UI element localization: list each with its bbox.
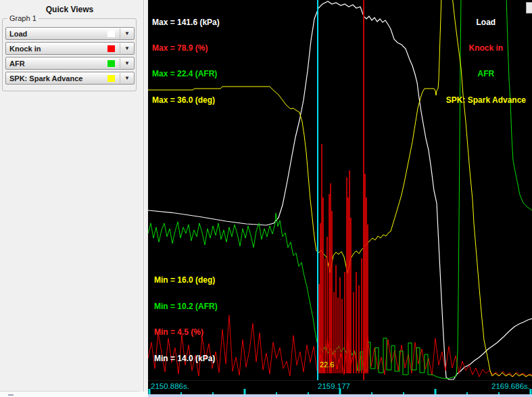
scrollbar-fragment [526,2,532,14]
axis-label-start: 2150.886s. [151,382,189,390]
graph1-groupbox: Graph 1 Load ▼ Knock in ▼ AFR ▼ SPK: Spa… [2,18,137,91]
chevron-down-icon[interactable]: ▼ [120,73,134,83]
channel-dropdown-spark[interactable]: SPK: Spark Advance ▼ [5,72,135,85]
graph-panel: Max = 141.6 (kPa) Max = 78.9 (%) Max = 2… [148,0,532,397]
channel-color-swatch [107,30,115,37]
chevron-down-icon[interactable]: ▼ [120,43,134,53]
groupbox-label: Graph 1 [7,14,39,22]
channel-color-swatch [107,60,115,67]
plot-region[interactable]: Max = 141.6 (kPa) Max = 78.9 (%) Max = 2… [148,0,532,380]
channel-color-swatch [107,75,115,82]
channel-label: Knock in [6,45,107,53]
chevron-down-icon[interactable]: ▼ [120,28,134,39]
axis-label-end: 2169.686s. [491,382,530,390]
graph-canvas[interactable] [148,0,532,380]
panel-splitter[interactable] [139,0,148,397]
time-axis: 2150.886s. 2159.177 2169.686s. [148,380,532,395]
chevron-down-icon[interactable]: ▼ [120,58,134,68]
channel-dropdown-knock[interactable]: Knock in ▼ [5,42,135,55]
statusbar-grip [8,394,14,396]
axis-label-cursor: 2159.177 [318,382,350,390]
channel-label: AFR [6,60,107,68]
channel-label: SPK: Spark Advance [6,74,107,83]
horizontal-scrollbar[interactable] [148,394,532,397]
channel-color-swatch [107,45,115,52]
splitter-groove [143,0,145,397]
quick-views-panel: Quick Views Graph 1 Load ▼ Knock in ▼ AF… [0,0,139,392]
channel-dropdown-load[interactable]: Load ▼ [5,27,135,40]
statusbar-left [0,392,148,397]
channel-dropdown-afr[interactable]: AFR ▼ [5,57,135,70]
channel-label: Load [6,30,107,38]
panel-title: Quick Views [0,5,139,14]
